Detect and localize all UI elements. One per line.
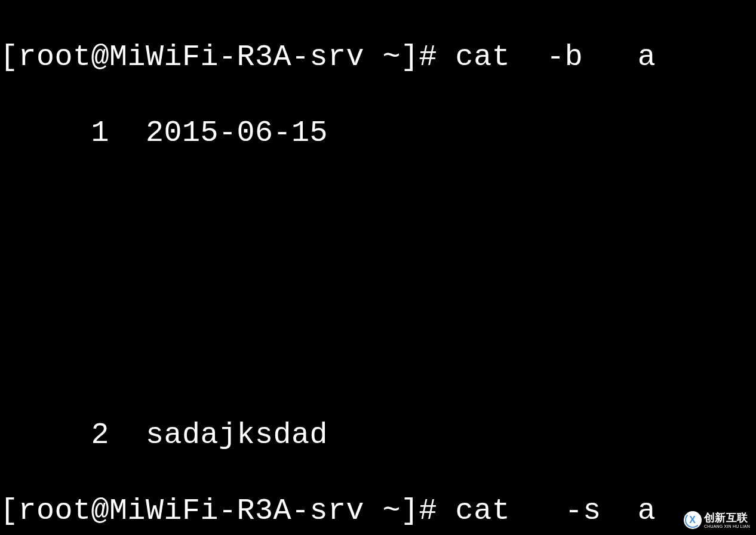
terminal-line: [root@MiWiFi-R3A-srv ~]# cat -b a [0,38,756,76]
terminal-line [0,341,756,379]
terminal-line: [root@MiWiFi-R3A-srv ~]# cat -s a [0,492,756,530]
watermark: X 创新互联 CHUANG XIN HU LIAN [684,511,750,529]
terminal-line [0,265,756,303]
watermark-text-block: 创新互联 CHUANG XIN HU LIAN [704,512,750,528]
watermark-sub-text: CHUANG XIN HU LIAN [704,524,750,528]
terminal-output[interactable]: [root@MiWiFi-R3A-srv ~]# cat -b a 1 2015… [0,0,756,535]
terminal-line: 1 2015-06-15 [0,114,756,152]
terminal-line: 2 sadajksdad [0,416,756,454]
watermark-logo-letter: X [689,514,696,526]
watermark-main-text: 创新互联 [704,512,750,523]
watermark-logo-icon: X [684,511,702,529]
terminal-line [0,190,756,227]
